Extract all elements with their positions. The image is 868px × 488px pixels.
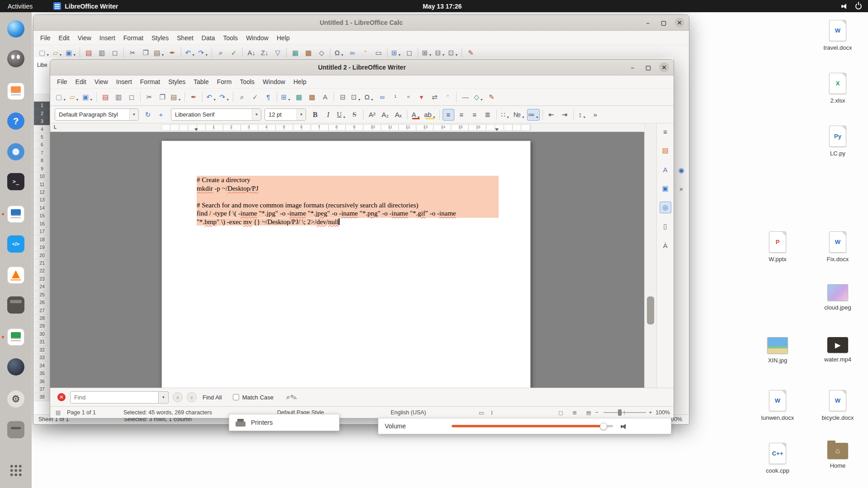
line-spacing-icon[interactable]: ↕▼ [576,109,588,121]
terminal-icon[interactable]: >_ [6,172,26,192]
basic-shapes-icon[interactable]: ◇▼ [472,91,484,103]
autofilter-icon[interactable]: ▽ [272,47,283,58]
writer-menu-view[interactable]: View [90,75,112,88]
zoom-in-button[interactable]: + [649,409,652,416]
row-header-36[interactable]: 36 [34,377,51,385]
calc-menu-tools[interactable]: Tools [219,31,242,45]
writer-menu-format[interactable]: Format [136,75,164,88]
borders-icon[interactable]: ⊞▼ [421,47,433,58]
row-header-29[interactable]: 29 [34,322,51,330]
show-apps-icon[interactable] [6,460,26,480]
freeze-rows-columns-icon[interactable]: ⊞▼ [390,47,402,58]
round-app-icon[interactable] [6,357,26,377]
properties-icon[interactable]: ▤ [660,145,671,156]
open-icon[interactable]: ▱▼ [68,91,80,103]
insert-mode-icons[interactable]: ▭ I [479,409,495,416]
row-header-37[interactable]: 37 [34,385,51,393]
sort-ascending-icon[interactable]: A↓ [245,47,257,58]
subscript-icon[interactable]: A₂ [379,109,391,121]
insert-chart-icon[interactable]: ▩ [302,47,314,58]
cut-icon[interactable]: ✂ [143,91,155,103]
help-icon[interactable]: ? [6,111,26,131]
bold-icon[interactable]: B [309,109,321,121]
desktop-file[interactable]: Wbicycle.docx [814,390,861,421]
row-header-35[interactable]: 35 [34,370,51,377]
outline-list-icon[interactable]: ≔▼ [527,109,540,121]
calc-menu-insert[interactable]: Insert [95,31,119,45]
row-header-3[interactable]: 3 [34,117,51,125]
writer-maximize-button[interactable]: ▢ [643,62,653,72]
insert-special-character-icon[interactable]: Ω▼ [363,91,375,103]
desktop-file[interactable]: X2.xlsx [814,73,861,104]
insert-row-icon[interactable]: ⊟▼ [434,47,446,58]
row-header-20[interactable]: 20 [34,251,51,259]
navigator-icon[interactable]: ◎ [660,202,671,213]
find-input[interactable] [70,391,159,404]
insert-special-character-icon[interactable]: Ω▼ [333,47,345,58]
desktop-file[interactable]: C++cook.cpp [754,443,801,474]
row-header-7[interactable]: 7 [34,149,51,157]
writer-close-button[interactable]: ✕ [659,62,669,72]
insert-table-icon[interactable]: ⊞▼ [280,91,292,103]
paste-icon[interactable]: ▤▼ [153,47,165,58]
find-history-dropdown[interactable]: ▼ [159,391,169,404]
zoom-out-button[interactable]: − [595,409,598,416]
sidebar-settings-icon[interactable]: ≡ [660,126,671,137]
printers-popup[interactable]: Printers [229,414,340,431]
insert-comment-icon[interactable]: “ [442,91,453,103]
zoom-slider-track[interactable] [604,412,646,413]
writer-window[interactable]: Untitled 2 - LibreOffice Writer – ▢ ✕ Fi… [50,59,674,418]
chevron-down-icon[interactable]: ▼ [252,109,261,120]
scrollbar-thumb[interactable] [647,296,654,324]
indent-marker-left[interactable] [194,128,198,131]
draw-functions-icon[interactable]: ✎ [486,91,497,103]
find-and-replace-icon[interactable]: ⌕✎ [286,393,297,401]
calc-minimize-button[interactable]: – [643,18,653,28]
clear-formatting-icon[interactable]: Aₓ [392,109,404,121]
calc-titlebar[interactable]: Untitled 1 - LibreOffice Calc – ▢ ✕ [33,15,689,31]
row-header-34[interactable]: 34 [34,361,51,369]
writer-minimize-button[interactable]: – [627,62,637,72]
chevron-down-icon[interactable]: ▼ [297,109,306,120]
print-icon[interactable]: ▥ [113,91,124,103]
calc-menu-help[interactable]: Help [273,31,294,45]
vlc-icon[interactable] [6,265,26,285]
row-header-28[interactable]: 28 [34,314,51,322]
cut-icon[interactable]: ✂ [127,47,138,58]
split-window-icon[interactable]: ◻ [403,47,415,58]
writer-menu-insert[interactable]: Insert [112,75,136,88]
insert-comment-icon[interactable]: “ [359,47,371,58]
formatting-marks-icon[interactable]: ¶ [262,91,274,103]
calc-menu-view[interactable]: View [74,31,95,45]
save-icon[interactable]: ▣▼ [65,47,77,58]
export-pdf-icon[interactable]: ▤ [83,47,94,58]
horizontal-line-icon[interactable]: ― [459,91,471,103]
clock[interactable]: May 13 17:26 [423,3,462,10]
file-roller-icon[interactable] [6,295,26,315]
font-color-icon[interactable]: A▼ [410,109,422,121]
zoom-slider-handle[interactable] [618,409,622,416]
row-header-4[interactable]: 4 [34,125,51,133]
strikethrough-icon[interactable]: S [349,109,360,121]
toolbar-overflow-icon[interactable]: » [590,109,601,121]
system-tray[interactable] [841,0,862,12]
sidebar-deck-icon[interactable]: ◉ [675,164,687,176]
writer-menu-table[interactable]: Table [189,75,212,88]
print-preview-icon[interactable]: ◻ [126,91,137,103]
paste-icon[interactable]: ▤▼ [170,91,182,103]
writer-zoom-level[interactable]: 100% [656,409,670,416]
word-count[interactable]: Selected: 45 words, 269 characters [123,409,212,416]
row-header-21[interactable]: 21 [34,259,51,267]
calc-maximize-button[interactable]: ▢ [659,18,669,28]
decrease-indent-icon[interactable]: ⇤ [546,109,557,121]
libreoffice-impress-icon[interactable] [6,81,26,101]
tab-stop-selector[interactable]: L [54,125,57,130]
row-header-26[interactable]: 26 [34,299,51,306]
row-header-27[interactable]: 27 [34,306,51,314]
volume-slider-handle[interactable] [600,422,607,430]
calc-menu-data[interactable]: Data [198,31,219,45]
document-page[interactable]: # Create a directorymkdir -p ~/Desktop/P… [161,141,531,388]
redo-icon[interactable]: ↷▼ [197,47,209,58]
copy-icon[interactable]: ❐ [156,91,168,103]
insert-page-break-icon[interactable]: ⊟ [337,91,349,103]
